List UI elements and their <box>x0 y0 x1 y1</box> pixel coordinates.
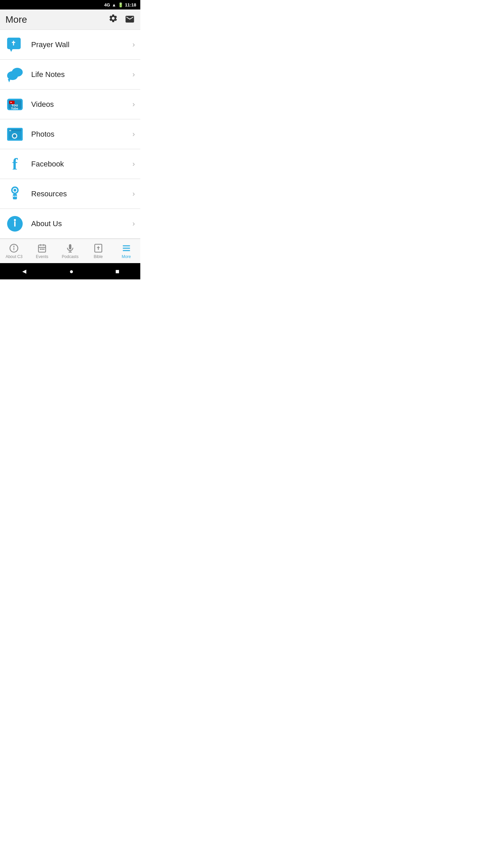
svg-point-22 <box>13 196 15 197</box>
header: More <box>0 9 140 30</box>
menu-label-prayer-wall: Prayer Wall <box>31 40 133 49</box>
menu-list: ✝ Prayer Wall › Life Notes › You Tube <box>0 30 140 239</box>
svg-point-20 <box>14 189 16 192</box>
svg-point-17 <box>13 134 16 138</box>
menu-item-prayer-wall[interactable]: ✝ Prayer Wall › <box>0 30 140 60</box>
life-notes-icon <box>5 65 24 84</box>
svg-marker-5 <box>8 79 11 82</box>
nav-label-bible: Bible <box>94 254 103 259</box>
network-icon: 4G <box>104 2 110 7</box>
menu-label-facebook: Facebook <box>31 160 133 169</box>
about-us-icon: i <box>5 214 24 233</box>
facebook-icon: f <box>5 155 24 174</box>
nav-item-about-c3[interactable]: i About C3 <box>0 243 28 259</box>
menu-label-about-us: About Us <box>31 219 133 228</box>
svg-point-26 <box>14 219 16 221</box>
recents-button[interactable]: ■ <box>115 268 119 275</box>
chevron-resources: › <box>133 190 135 198</box>
svg-point-4 <box>12 68 23 77</box>
menu-label-life-notes: Life Notes <box>31 70 133 79</box>
svg-rect-15 <box>9 130 11 131</box>
menu-item-life-notes[interactable]: Life Notes › <box>0 60 140 90</box>
chevron-about-us: › <box>133 219 135 228</box>
svg-rect-36 <box>43 249 45 250</box>
system-navigation: ◄ ● ■ <box>0 263 140 279</box>
time-display: 11:18 <box>125 2 136 7</box>
menu-label-resources: Resources <box>31 190 133 198</box>
svg-rect-37 <box>69 244 71 249</box>
svg-marker-2 <box>10 49 13 52</box>
menu-label-photos: Photos <box>31 130 133 139</box>
svg-text:✝: ✝ <box>96 245 100 251</box>
nav-item-more[interactable]: More <box>112 243 140 259</box>
photos-icon <box>5 125 24 144</box>
home-button[interactable]: ● <box>69 268 74 275</box>
menu-label-videos: Videos <box>31 100 133 109</box>
svg-point-23 <box>15 196 17 197</box>
chevron-facebook: › <box>133 160 135 169</box>
svg-point-29 <box>14 245 15 247</box>
videos-icon: You Tube <box>5 95 24 114</box>
nav-label-about-c3: About C3 <box>5 254 22 259</box>
nav-item-podcasts[interactable]: Podcasts <box>56 243 84 259</box>
settings-icon[interactable] <box>108 14 118 25</box>
nav-label-podcasts: Podcasts <box>62 254 78 259</box>
prayer-wall-icon: ✝ <box>5 35 24 54</box>
menu-item-about-us[interactable]: i About Us › <box>0 209 140 239</box>
page-title: More <box>5 14 27 25</box>
svg-rect-35 <box>42 249 43 250</box>
nav-label-more: More <box>122 254 131 259</box>
svg-text:✝: ✝ <box>11 40 16 47</box>
chevron-prayer-wall: › <box>133 40 135 49</box>
chevron-life-notes: › <box>133 70 135 79</box>
nav-item-bible[interactable]: ✝ Bible <box>84 243 112 259</box>
nav-item-events[interactable]: Events <box>28 243 56 259</box>
menu-item-resources[interactable]: Resources › <box>0 179 140 209</box>
battery-icon: 🔋 <box>118 2 123 7</box>
signal-icon: ▲ <box>112 2 116 7</box>
resources-icon <box>5 184 24 203</box>
status-bar: 4G ▲ 🔋 11:18 <box>0 0 140 9</box>
menu-item-facebook[interactable]: f Facebook › <box>0 149 140 179</box>
svg-text:Tube: Tube <box>11 107 18 110</box>
chevron-photos: › <box>133 130 135 139</box>
back-button[interactable]: ◄ <box>21 268 28 275</box>
header-actions <box>108 14 135 25</box>
bottom-navigation: i About C3 Events Podcasts ✝ <box>0 239 140 263</box>
chevron-videos: › <box>133 100 135 109</box>
menu-item-photos[interactable]: Photos › <box>0 119 140 149</box>
svg-rect-34 <box>40 249 41 250</box>
nav-label-events: Events <box>36 254 48 259</box>
mail-icon[interactable] <box>125 14 135 25</box>
menu-item-videos[interactable]: You Tube Videos › <box>0 90 140 119</box>
